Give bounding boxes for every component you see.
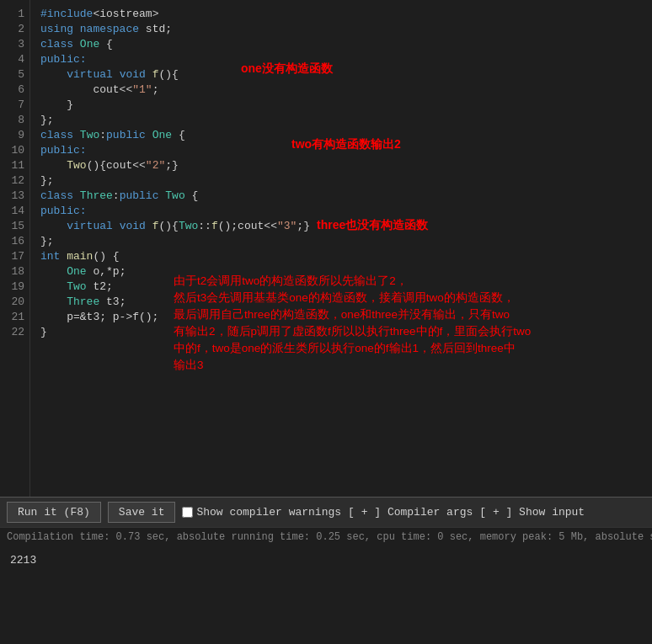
- compiler-warnings-label: Show compiler warnings: [196, 506, 341, 519]
- code-line-7: }: [40, 98, 652, 113]
- status-bar: Compilation time: 0.73 sec, absolute run…: [0, 527, 652, 547]
- code-line-6: cout<<"1";: [40, 82, 652, 98]
- line-numbers: 12345 678910 1112131415 1617181920 2122: [0, 0, 30, 497]
- code-line-8: };: [40, 113, 652, 128]
- annotation-three-no-constructor: three也没有构造函数: [317, 217, 428, 232]
- code-line-17: int main() {: [40, 249, 652, 264]
- compiler-args-link[interactable]: [ + ] Compiler args: [348, 506, 473, 519]
- annotation-two-has-constructor: two有构造函数输出2: [291, 136, 401, 152]
- code-line-1: #include<iostream>: [40, 7, 652, 22]
- code-line-13: class Three:public Two {: [40, 189, 652, 204]
- save-button[interactable]: Save it: [108, 502, 176, 523]
- annotation-explanation: 由于t2会调用two的构造函数所以先输出了2， 然后t3会先调用基基类one的构…: [174, 273, 645, 374]
- code-editor[interactable]: 12345 678910 1112131415 1617181920 2122 …: [0, 0, 652, 497]
- toolbar: Run it (F8) Save it Show compiler warnin…: [0, 497, 652, 527]
- code-content[interactable]: #include<iostream> using namespace std; …: [30, 0, 652, 497]
- compiler-warnings-checkbox[interactable]: [182, 507, 193, 518]
- annotation-one-no-constructor: one没有构造函数: [241, 61, 333, 76]
- code-line-2: using namespace std;: [40, 22, 652, 37]
- code-line-3: class One {: [40, 37, 652, 52]
- code-line-4: public:: [40, 52, 652, 67]
- output-text: 2213: [10, 554, 36, 567]
- run-button[interactable]: Run it (F8): [7, 502, 101, 523]
- output-area: 2213: [0, 547, 652, 581]
- code-line-16: };: [40, 234, 652, 249]
- code-line-5: virtual void f(){: [40, 67, 652, 82]
- compiler-warnings-area: Show compiler warnings: [182, 506, 341, 519]
- status-text: Compilation time: 0.73 sec, absolute run…: [7, 531, 652, 543]
- code-line-11: Two(){cout<<"2";}: [40, 158, 652, 173]
- show-input-link[interactable]: [ + ] Show input: [479, 506, 585, 519]
- code-line-12: };: [40, 173, 652, 189]
